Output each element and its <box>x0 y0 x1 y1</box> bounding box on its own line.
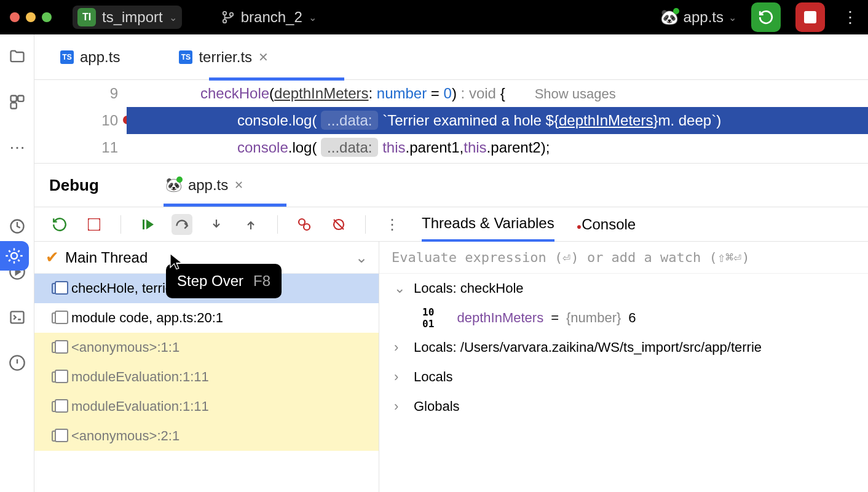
ts-file-icon: TS <box>179 50 192 64</box>
branch-selector[interactable]: branch_2 ⌄ <box>221 9 317 26</box>
stack-frame[interactable]: <anonymous>:2:1 <box>34 421 379 451</box>
step-into-button[interactable] <box>206 214 227 235</box>
stack-frame[interactable]: <anonymous>:1:1 <box>34 333 379 362</box>
debug-tab-label: app.ts <box>188 177 228 194</box>
mute-breakpoints-button[interactable] <box>328 214 349 235</box>
editor-tab-app[interactable]: TS app.ts <box>52 44 128 71</box>
debug-body: ✔ Main Thread ⌄ checkHole, terrier.ts:10… <box>34 241 868 492</box>
code-editor[interactable]: 9 10 11 checkHole(depthInMeters: number … <box>34 80 868 164</box>
code-line: checkHole(depthInMeters: number = 0) : v… <box>127 80 868 107</box>
chevron-right-icon: › <box>394 369 406 385</box>
stack-frame[interactable]: moduleEvaluation:1:11 <box>34 392 379 421</box>
tooltip-label: Step Over <box>177 272 243 290</box>
svg-rect-14 <box>143 220 144 229</box>
console-tab[interactable]: ●Console <box>577 208 636 240</box>
more-debug-options[interactable]: ⋮ <box>382 214 403 235</box>
window-controls <box>10 12 52 22</box>
editor-tab-terrier[interactable]: TS terrier.ts ✕ <box>170 44 277 71</box>
close-icon[interactable]: ✕ <box>234 178 243 192</box>
debug-toolbar: ⋮ Threads & Variables ●Console <box>34 207 868 241</box>
step-out-button[interactable] <box>240 214 261 235</box>
debug-tabs: Debug 🐼 app.ts ✕ <box>34 164 868 207</box>
project-selector[interactable]: TI ts_import ⌄ <box>73 6 182 29</box>
project-badge: TI <box>77 8 96 26</box>
ts-file-icon: TS <box>60 50 74 64</box>
config-icon: 🐼 <box>165 177 182 193</box>
step-over-button[interactable] <box>172 214 192 235</box>
variable-scope[interactable]: ›Locals <box>379 362 868 392</box>
stop-button[interactable] <box>795 2 825 32</box>
terminal-tool-icon[interactable] <box>7 308 27 327</box>
gutter: 9 10 11 <box>34 80 127 163</box>
rerun-icon <box>758 9 774 25</box>
editor-tabs: TS app.ts TS terrier.ts ✕ <box>34 34 868 80</box>
svg-point-16 <box>299 219 305 225</box>
stop-debug-button[interactable] <box>84 214 105 235</box>
error-indicator-icon: ● <box>577 221 582 231</box>
svg-point-17 <box>304 224 310 230</box>
frame-icon <box>52 283 63 294</box>
branch-icon <box>221 10 235 24</box>
binary-icon: 1001 <box>422 306 434 330</box>
workspace: ⋯ TS app.ts TS terrier.ts ✕ 9 10 <box>0 34 868 492</box>
left-sidebar: ⋯ <box>0 34 34 492</box>
svg-marker-15 <box>146 220 154 229</box>
thread-name: Main Thread <box>65 249 148 266</box>
svg-point-1 <box>223 20 226 23</box>
maximize-window[interactable] <box>42 12 52 22</box>
check-icon: ✔ <box>45 248 59 267</box>
run-config-selector[interactable]: 🐼 app.ts ⌄ <box>660 9 736 26</box>
structure-tool-icon[interactable] <box>7 92 27 112</box>
svg-point-0 <box>223 12 226 15</box>
variable-scope[interactable]: ›Locals: /Users/varvara.zaikina/WS/ts_im… <box>379 333 868 362</box>
svg-point-2 <box>229 13 233 17</box>
run-config-name: app.ts <box>684 9 724 26</box>
line-number[interactable]: 11 <box>34 134 118 161</box>
code-area[interactable]: checkHole(depthInMeters: number = 0) : v… <box>127 80 868 163</box>
chevron-down-icon: ⌄ <box>169 12 177 23</box>
resume-button[interactable] <box>137 214 158 235</box>
variable-scope[interactable]: ⌄Locals: checkHole <box>379 274 868 303</box>
stack-frame[interactable]: module code, app.ts:20:1 <box>34 303 379 333</box>
project-name: ts_import <box>102 9 163 26</box>
variable-item[interactable]: 1001 depthInMeters = {number} 6 <box>379 303 868 333</box>
frame-icon <box>52 430 63 442</box>
close-window[interactable] <box>10 12 20 22</box>
stack-frame[interactable]: moduleEvaluation:1:11 <box>34 362 379 392</box>
chevron-down-icon: ⌄ <box>394 280 406 296</box>
svg-rect-13 <box>88 218 100 231</box>
svg-rect-4 <box>10 96 16 101</box>
titlebar: TI ts_import ⌄ branch_2 ⌄ 🐼 app.ts ⌄ ⋮ <box>0 0 868 34</box>
rerun-debug-button[interactable] <box>49 214 70 235</box>
evaluate-input[interactable]: Evaluate expression (⏎) or add a watch (… <box>379 242 868 274</box>
debug-session-tab[interactable]: 🐼 app.ts ✕ <box>160 173 248 197</box>
close-icon[interactable]: ✕ <box>258 50 269 65</box>
rerun-button[interactable] <box>751 2 781 32</box>
tab-label: terrier.ts <box>199 49 252 66</box>
frame-icon <box>52 342 63 353</box>
line-number[interactable]: 9 <box>34 80 118 107</box>
more-menu[interactable]: ⋮ <box>842 8 858 27</box>
run-config-icon: 🐼 <box>660 9 679 26</box>
show-usages-hint[interactable]: Show usages <box>535 86 616 101</box>
services-tool-icon[interactable] <box>7 216 27 236</box>
problems-tool-icon[interactable] <box>7 353 27 373</box>
variable-scope[interactable]: ›Globals <box>379 392 868 421</box>
mouse-cursor-icon <box>168 252 184 271</box>
chevron-right-icon: › <box>394 399 406 415</box>
view-breakpoints-button[interactable] <box>294 214 315 235</box>
debug-title: Debug <box>49 176 99 195</box>
minimize-window[interactable] <box>26 12 36 22</box>
project-tool-icon[interactable] <box>7 47 27 66</box>
chevron-right-icon: › <box>394 339 406 355</box>
svg-rect-5 <box>18 96 23 101</box>
more-tools-icon[interactable]: ⋯ <box>7 138 27 157</box>
svg-point-7 <box>11 253 17 259</box>
frame-icon <box>52 312 63 323</box>
code-line: console.log( ...data: this.parent1,this.… <box>127 134 868 161</box>
variables-panel: Evaluate expression (⏎) or add a watch (… <box>379 242 868 492</box>
line-number[interactable]: 10 <box>34 107 118 134</box>
threads-variables-tab[interactable]: Threads & Variables <box>422 207 554 242</box>
debug-tool-icon[interactable] <box>0 241 29 271</box>
code-line-current: console.log( ...data: `Terrier examined … <box>127 107 868 134</box>
